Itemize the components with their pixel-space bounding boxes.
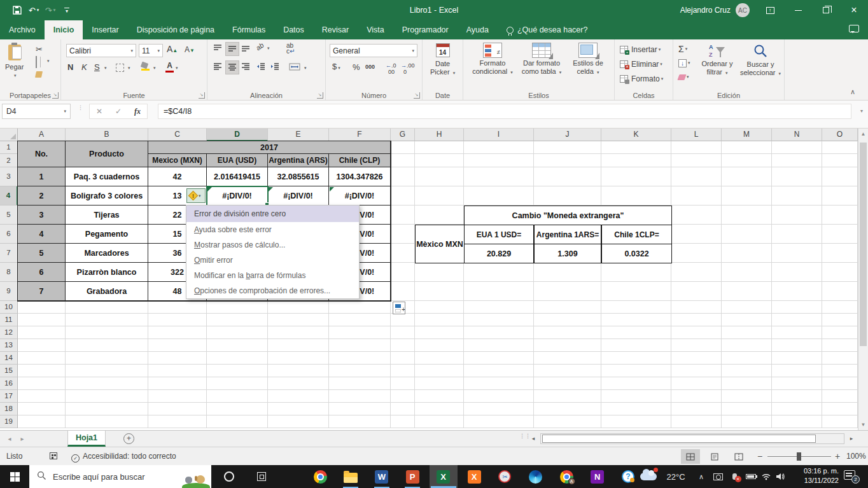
column-header-F[interactable]: F (329, 129, 391, 141)
zoom-out-icon[interactable]: − (757, 451, 762, 461)
error-menu-item-2[interactable]: Mostrar pasos de cálculo... (186, 237, 359, 253)
cortana-icon[interactable] (224, 471, 234, 482)
error-menu-item-1[interactable]: Ayuda sobre este error (186, 222, 359, 237)
horizontal-scrollbar[interactable] (540, 433, 844, 444)
table-row-usd[interactable]: 2.016419415 (207, 167, 268, 186)
find-select-button[interactable]: Buscar y seleccionar ▾ (738, 43, 783, 78)
expand-formula-bar-icon[interactable]: ▾ (860, 108, 863, 114)
table-row-no[interactable]: 6 (18, 263, 66, 282)
tab-archivo[interactable]: Archivo (0, 20, 45, 39)
table-row-producto[interactable]: Tijeras (66, 206, 148, 225)
taskbar-app-onenote[interactable]: N (584, 465, 612, 488)
scroll-up-icon[interactable]: ▲ (858, 131, 868, 137)
numero-dialog-launcher[interactable]: ↘ (414, 92, 420, 99)
insert-function-icon[interactable]: fx (128, 107, 147, 116)
error-menu-item-0[interactable]: Error de división entre cero (186, 206, 359, 222)
sheet-grid[interactable]: ! ▾ Error de división entre ceroAyuda so… (0, 129, 868, 430)
weather-icon[interactable] (636, 465, 661, 488)
select-all-corner[interactable] (0, 129, 18, 141)
avatar[interactable]: AC (736, 3, 750, 17)
vertical-scroll-thumb[interactable] (860, 143, 867, 346)
row-header-13[interactable]: 13 (0, 339, 18, 352)
column-header-N[interactable]: N (772, 129, 822, 141)
bold-button[interactable]: N (67, 62, 73, 72)
orientation-caret[interactable]: ▾ (267, 46, 270, 51)
comments-icon[interactable] (849, 25, 859, 32)
row-header-10[interactable]: 10 (0, 301, 18, 314)
ribbon-display-options-icon[interactable]: ↑ (756, 0, 784, 20)
percent-format-button[interactable]: % (353, 62, 360, 72)
view-normal-button[interactable] (681, 449, 700, 464)
table-row-no[interactable]: 7 (18, 282, 66, 301)
font-color-button[interactable]: A (165, 61, 174, 73)
view-page-layout-button[interactable] (705, 449, 724, 464)
taskbar-app-screen-recorder[interactable]: ✂ (491, 465, 519, 488)
row-header-14[interactable]: 14 (0, 352, 18, 365)
column-header-B[interactable]: B (66, 129, 148, 141)
wifi-icon[interactable] (759, 465, 774, 488)
table-row-producto[interactable]: Boligrafo 3 colores (66, 186, 148, 206)
taskbar-search[interactable]: Escribe aquí para buscar (29, 465, 211, 488)
underline-caret[interactable]: ▾ (104, 66, 107, 71)
format-cells-button[interactable]: Formato▾ (620, 73, 663, 85)
taskbar-clock[interactable]: 03:16 p. m. 13/11/2022 (788, 466, 839, 487)
row-header-19[interactable]: 19 (0, 415, 18, 428)
column-header-L[interactable]: L (671, 129, 722, 141)
align-right-button[interactable] (241, 62, 251, 71)
merge-center-button[interactable] (289, 62, 300, 71)
header-currency-2[interactable]: Argentina (ARS) (268, 154, 329, 167)
sheet-nav-next-icon[interactable]: ▸ (17, 431, 28, 447)
row-header-18[interactable]: 18 (0, 403, 18, 415)
currency-value-0[interactable]: 20.829 (464, 244, 534, 263)
confirm-entry-icon[interactable]: ✓ (109, 107, 128, 116)
autosum-button[interactable]: Σ▾ (678, 43, 687, 55)
number-format-select[interactable]: General▾ (330, 44, 417, 57)
italic-button[interactable]: K (81, 62, 87, 72)
decrease-decimal-button[interactable]: →.000 (401, 62, 415, 75)
borders-icon[interactable] (116, 64, 124, 72)
font-name-select[interactable]: Calibri▾ (66, 44, 136, 57)
increase-indent-button[interactable] (270, 62, 280, 71)
header-no[interactable]: No. (18, 141, 66, 167)
taskbar-app-file-explorer[interactable] (337, 465, 365, 488)
currency-value-2[interactable]: 0.0322 (601, 244, 672, 263)
header-producto[interactable]: Producto (66, 141, 148, 167)
header-currency-1[interactable]: EUA (USD) (207, 154, 268, 167)
column-header-I[interactable]: I (464, 129, 534, 141)
column-header-O[interactable]: O (822, 129, 858, 141)
column-header-A[interactable]: A (18, 129, 66, 141)
battery-icon[interactable] (743, 465, 759, 488)
shrink-font-button[interactable]: A▼ (185, 45, 195, 54)
table-row-clp[interactable]: 1304.347826 (329, 167, 391, 186)
table-row-producto[interactable]: Paq. 3 cuadernos (66, 167, 148, 186)
header-currency-0[interactable]: Mexico (MXN) (148, 154, 207, 167)
paste-button[interactable]: Pegar ▾ (5, 43, 24, 80)
align-left-button[interactable] (213, 62, 223, 71)
paste-options-button[interactable]: + (393, 302, 405, 314)
row-header-12[interactable]: 12 (0, 326, 18, 339)
sheet-tab-hoja1[interactable]: Hoja1 (67, 431, 106, 447)
accessibility-status[interactable]: ✓Accesibilidad: todo correcto (71, 452, 176, 463)
sheet-nav-prev-icon[interactable]: ◂ (4, 431, 15, 447)
taskbar-app-powerpoint[interactable]: P (398, 465, 426, 488)
column-header-M[interactable]: M (722, 129, 772, 141)
grow-font-button[interactable]: A▲ (167, 44, 178, 54)
font-size-select[interactable]: 11▾ (139, 44, 163, 57)
column-header-H[interactable]: H (415, 129, 464, 141)
close-button[interactable]: × (840, 0, 868, 20)
tab-programador[interactable]: Programador (393, 20, 458, 39)
row-header-4[interactable]: 4 (0, 186, 18, 206)
column-header-D[interactable]: D (207, 129, 268, 141)
column-header-C[interactable]: C (148, 129, 207, 141)
tabbar-drag-handle[interactable]: ⋮⋮ (519, 435, 522, 443)
format-as-table-button[interactable]: Dar formato como tabla ▾ (519, 43, 564, 76)
merge-caret[interactable]: ▾ (304, 66, 307, 71)
error-menu-item-4[interactable]: Modificar en la barra de fórmulas (186, 268, 359, 283)
row-header-5[interactable]: 5 (0, 206, 18, 225)
table-row-no[interactable]: 2 (18, 186, 66, 206)
insert-cells-button[interactable]: +Insertar▾ (620, 43, 661, 56)
alineacion-dialog-launcher[interactable]: ↘ (317, 92, 323, 99)
row-header-15[interactable]: 15 (0, 365, 18, 377)
row-header-1[interactable]: 1 (0, 141, 18, 154)
align-top-button[interactable] (213, 44, 223, 53)
